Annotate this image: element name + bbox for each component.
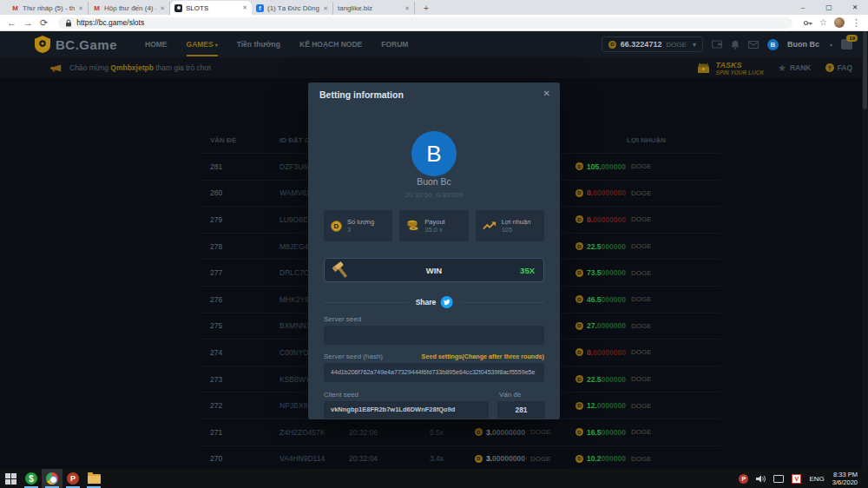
cell-profit: D12.0000000DOGE: [569, 401, 720, 410]
nav-bonus[interactable]: Tiền thưởng: [237, 32, 280, 56]
table-row[interactable]: 270VA4HN9D11420:32:043.4xD3.00000000DOGE…: [200, 445, 720, 469]
address-bar[interactable]: https://bc.game/slots: [58, 17, 792, 29]
back-icon[interactable]: ←: [7, 18, 16, 28]
tasks-subtitle: SPIN YOUR LUCK: [716, 69, 765, 76]
rank-link[interactable]: ★RANK: [778, 63, 811, 74]
minimize-button[interactable]: –: [790, 0, 816, 15]
key-icon[interactable]: [803, 18, 812, 28]
bet-unit: DOGE: [530, 428, 551, 436]
user-name[interactable]: Buon Bc: [787, 40, 819, 49]
server-seed-hash-input[interactable]: 44d1b206f762a749e4a77329444f6fd733b895e6…: [324, 363, 544, 382]
profit-main: 22.5: [587, 242, 602, 251]
speaker-icon[interactable]: [756, 475, 766, 483]
scrollbar-thumb[interactable]: [863, 31, 867, 109]
taskbar-app-dollar[interactable]: $: [21, 469, 42, 488]
gmail-icon: M: [11, 4, 19, 12]
modal-close-icon[interactable]: ✕: [543, 89, 550, 98]
issue-label: Vấn đề: [499, 391, 521, 399]
tab-title: Hộp thư đến (4) - bcgamebound: [104, 4, 156, 12]
tab-title: tanglike.biz: [338, 4, 401, 12]
doge-coin-icon: D: [608, 41, 616, 49]
table-row[interactable]: 271Z4H2ZO457K20:32:065.5xD3.00000000DOGE…: [200, 419, 720, 445]
cell-bet-amount: D3.00000000DOGE: [473, 454, 569, 463]
server-seed-input[interactable]: [324, 326, 544, 345]
tab-close-icon[interactable]: ✕: [242, 4, 247, 11]
quest-book-icon[interactable]: 19: [841, 39, 852, 49]
taskbar-app-chrome[interactable]: [42, 469, 62, 488]
profit-rest: 000000: [602, 375, 626, 384]
seed-settings-link[interactable]: Seed settings(Change after three rounds): [422, 353, 544, 360]
close-window-button[interactable]: ✕: [842, 0, 868, 15]
doge-coin-icon: D: [575, 189, 583, 197]
tab[interactable]: tanglike.biz✕: [333, 2, 415, 15]
tab-close-icon[interactable]: ✕: [160, 5, 165, 12]
chrome-icon: [46, 472, 58, 485]
tab[interactable]: MHộp thư đến (4) - bcgamebound✕: [89, 2, 170, 15]
v-app-icon[interactable]: V: [792, 474, 801, 484]
issue-input[interactable]: 281: [497, 401, 545, 419]
tab-list: MThư nháp (5) - thoai14071997@✕MHộp thư …: [0, 0, 415, 15]
profit-rest: 0000000: [597, 321, 626, 330]
profit-main: 22.5: [587, 375, 602, 384]
bell-icon[interactable]: [731, 40, 740, 49]
rank-label: RANK: [790, 63, 812, 72]
nav-forum[interactable]: FORUM: [381, 32, 408, 56]
maximize-button[interactable]: ▢: [816, 0, 842, 15]
tray-p-icon[interactable]: P: [739, 474, 748, 484]
user-chevron-icon[interactable]: ▾: [830, 42, 832, 48]
profit-rest: 00000000: [593, 188, 626, 197]
nav-games[interactable]: GAMES▾: [187, 32, 218, 56]
doge-coin-icon: D: [575, 428, 583, 436]
new-tab-button[interactable]: +: [420, 2, 432, 14]
profit-rest: 000000: [602, 428, 626, 437]
reload-icon[interactable]: ⟳: [40, 18, 48, 28]
forward-icon[interactable]: →: [23, 18, 33, 28]
brand[interactable]: BC.Game: [35, 36, 117, 53]
page-scrollbar[interactable]: [862, 31, 868, 469]
browser-menu-icon[interactable]: ⋮: [852, 18, 861, 28]
cell-time: 20:32:04: [347, 454, 430, 463]
megaphone-icon: [50, 63, 62, 73]
wallet-icon[interactable]: [712, 40, 722, 49]
url-text: https://bc.game/slots: [76, 18, 144, 27]
cell-issue: 270: [200, 454, 252, 463]
taskbar-app-explorer[interactable]: [83, 469, 104, 488]
mail-icon[interactable]: [748, 41, 759, 49]
tab-active[interactable]: SLOTS✕: [170, 1, 252, 15]
doge-coin-icon: D: [575, 269, 583, 277]
rank-star-icon: ★: [778, 63, 786, 74]
start-button[interactable]: [0, 469, 21, 488]
tab-close-icon[interactable]: ✕: [404, 5, 410, 12]
nav-node-plan[interactable]: KẾ HOẠCH NODE: [299, 32, 362, 56]
taskbar-clock[interactable]: 8:33 PM3/6/2020: [832, 471, 858, 486]
clock-date: 3/6/2020: [832, 478, 858, 486]
wallet-balance[interactable]: D 66.3224712 DOGE ▾: [602, 36, 703, 52]
client-seed-input[interactable]: vkNngbp1E8FR2b7w1Ld6DWnF28fQo9d: [324, 401, 489, 419]
bcgame-icon: [174, 4, 182, 12]
tab-title: Thư nháp (5) - thoai14071997@: [23, 4, 75, 12]
coin-icon: D: [331, 221, 342, 232]
browser-profile-avatar[interactable]: [834, 17, 845, 28]
bookmark-star-icon[interactable]: ☆: [819, 18, 827, 27]
twitter-share-icon[interactable]: [440, 296, 452, 308]
user-avatar[interactable]: B: [767, 39, 779, 50]
client-seed-label: Client seed: [324, 391, 358, 399]
tab[interactable]: f(1) Tạ Đức Dũng - Bóng Thanh N✕: [252, 2, 333, 15]
profit-rest: 000000: [602, 242, 626, 251]
tab-close-icon[interactable]: ✕: [78, 5, 83, 12]
tasks-widget[interactable]: TASKSSPIN YOUR LUCK: [696, 61, 765, 76]
nav-home[interactable]: HOME: [145, 32, 168, 56]
faq-link[interactable]: ?FAQ: [825, 63, 852, 72]
taskbar-app-p[interactable]: P: [62, 469, 83, 488]
profit-unit: DOGE: [631, 375, 652, 383]
tab-close-icon[interactable]: ✕: [323, 5, 328, 12]
network-icon[interactable]: [773, 475, 784, 483]
profit-rest: 0000000: [597, 401, 626, 410]
cell-profit: D46.5000000DOGE: [569, 295, 720, 304]
tab[interactable]: MThư nháp (5) - thoai14071997@✕: [7, 2, 89, 15]
profit-main: 27.: [587, 321, 597, 330]
page-content: BC.Game HOME GAMES▾ Tiền thưởng KẾ HOẠCH…: [0, 31, 868, 469]
announcement-suffix: tham gia trò chơi: [154, 63, 211, 72]
stat-profit: Lợi nhuận105: [476, 210, 544, 241]
language-indicator[interactable]: ENG: [809, 475, 824, 483]
